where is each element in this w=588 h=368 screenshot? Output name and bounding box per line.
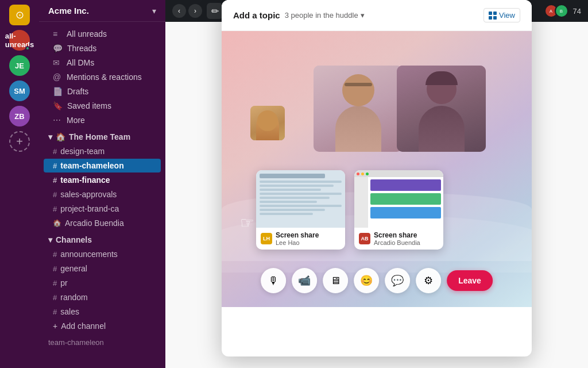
- avatar-je[interactable]: JE: [9, 55, 30, 76]
- arcadio-icon: 🏠: [53, 219, 61, 227]
- sidebar-navigation: ≡ All unreads 💬 Threads ✉ All DMs @ Ment…: [39, 22, 165, 368]
- leave-button[interactable]: Leave: [447, 270, 493, 291]
- channel-design-team[interactable]: # design-team: [44, 144, 161, 158]
- hash-icon: #: [53, 147, 57, 156]
- channel-general[interactable]: # general: [44, 262, 161, 275]
- channel-arcadio[interactable]: 🏠 Arcadio Buendia: [44, 216, 161, 230]
- channel-label: sales: [60, 307, 79, 316]
- channel-team-finance[interactable]: # team-finance: [44, 173, 161, 187]
- workspace-switcher: ⊙ all-unreads JE SM ZB +: [0, 0, 39, 368]
- channel-sales-approvals[interactable]: # sales-approvals: [44, 187, 161, 201]
- sidebar-item-mentions[interactable]: @ Mentions & reactions: [44, 70, 161, 84]
- sidebar-item-more[interactable]: ⋯ More: [44, 113, 161, 127]
- channels-section[interactable]: ▾ Channels: [39, 231, 165, 247]
- channel-label: general: [60, 264, 87, 273]
- sidebar-item-all-unreads[interactable]: ≡ All unreads: [44, 27, 161, 41]
- app-icon-symbol: ⊙: [16, 9, 24, 21]
- screen-share-card-1[interactable]: LH Screen share Lee Hao: [256, 170, 345, 250]
- home-team-section[interactable]: ▾ 🏠 The Home Team: [39, 128, 165, 144]
- threads-label: Threads: [67, 44, 96, 53]
- channel-sales[interactable]: # sales: [44, 305, 161, 319]
- sidebar-header: Acme Inc. ▾: [39, 0, 165, 22]
- screen2-body: [354, 177, 443, 228]
- channel-random[interactable]: # random: [44, 290, 161, 304]
- online-indicator: [25, 46, 30, 51]
- drafts-label: Drafts: [67, 87, 88, 96]
- reaction-button[interactable]: 💬: [385, 268, 410, 293]
- avatar-zb[interactable]: ZB: [9, 106, 30, 126]
- svg-rect-2: [489, 16, 492, 20]
- content-block-3: [370, 207, 441, 218]
- screen-share-user-2: Arcadio Buendia: [374, 239, 439, 246]
- sidebar-item-saved[interactable]: 🔖 Saved items: [44, 99, 161, 113]
- content-block-2: [370, 193, 441, 205]
- hand-cursor-icon: ☞: [240, 213, 254, 232]
- huddle-people-count: 3 people in the huddle ▾: [285, 11, 365, 20]
- home-team-emoji: 🏠: [56, 132, 65, 141]
- add-topic-label[interactable]: Add a topic: [233, 10, 280, 20]
- main-sidebar: Acme Inc. ▾ ≡ All unreads 💬 Threads ✉ Al…: [39, 0, 165, 368]
- channel-announcements[interactable]: # announcements: [44, 247, 161, 261]
- home-team-arrow: ▾: [48, 132, 52, 141]
- screen-share-footer-2: AB Screen share Arcadio Buendia: [354, 228, 443, 250]
- avatar-df[interactable]: all-unreads: [9, 30, 30, 51]
- view-button[interactable]: View: [483, 8, 520, 22]
- hash-icon: #: [53, 250, 57, 259]
- channel-label: project-brand-ca: [60, 204, 119, 213]
- home-team-label: The Home Team: [69, 132, 130, 141]
- video-button[interactable]: 📹: [292, 268, 317, 293]
- window-maximize-dot: [366, 172, 369, 175]
- huddle-header-left: Add a topic 3 people in the huddle ▾: [233, 10, 365, 20]
- screen-share-title-1: Screen share: [276, 231, 341, 239]
- svg-rect-3: [493, 16, 497, 20]
- video-person-large: [397, 66, 486, 152]
- screen-share-card-2[interactable]: AB Screen share Arcadio Buendia: [354, 170, 443, 250]
- person-face-small: [250, 106, 285, 140]
- huddle-video-area: ☞: [222, 31, 532, 307]
- app-icon[interactable]: ⊙: [9, 5, 30, 25]
- add-workspace-button[interactable]: +: [9, 131, 30, 152]
- hash-icon: #: [53, 279, 57, 288]
- avatar-sm[interactable]: SM: [9, 80, 30, 101]
- channels-arrow: ▾: [48, 235, 52, 244]
- settings-button[interactable]: ⚙: [416, 268, 441, 293]
- screen-share-info-2: Screen share Arcadio Buendia: [374, 231, 439, 246]
- add-channel-icon: +: [53, 321, 57, 331]
- hash-icon: #: [53, 293, 57, 302]
- screen-share-user-1: Lee Hao: [276, 239, 341, 246]
- add-channel-button[interactable]: + Add channel: [44, 319, 161, 333]
- mentions-label: Mentions & reactions: [67, 72, 142, 82]
- channel-project-brand[interactable]: # project-brand-ca: [44, 202, 161, 216]
- screen-share-title-2: Screen share: [374, 231, 439, 239]
- workspace-dropdown-arrow[interactable]: ▾: [152, 6, 156, 16]
- huddle-overlay: Add a topic 3 people in the huddle ▾: [165, 0, 588, 368]
- channel-team-chameleon[interactable]: # team-chameleon: [44, 159, 161, 172]
- screen2-content: [368, 177, 443, 228]
- huddle-header: Add a topic 3 people in the huddle ▾: [222, 0, 532, 31]
- screen-share-preview-1: [256, 170, 345, 228]
- sidebar-item-drafts[interactable]: 📄 Drafts: [44, 85, 161, 98]
- dms-icon: ✉: [53, 58, 62, 67]
- hash-icon: #: [53, 205, 57, 213]
- channel-label: pr: [60, 278, 67, 288]
- channel-pr[interactable]: # pr: [44, 276, 161, 290]
- screen-share-button[interactable]: 🖥: [323, 268, 348, 293]
- screen-share-container: LH Screen share Lee Hao: [256, 170, 443, 250]
- add-channel-label: Add channel: [61, 321, 106, 331]
- person-face-medium: [314, 66, 403, 152]
- hash-icon: #: [53, 308, 57, 316]
- sidebar-item-threads[interactable]: 💬 Threads: [44, 41, 161, 55]
- workspace-title[interactable]: Acme Inc.: [48, 6, 149, 16]
- dropdown-arrow[interactable]: ▾: [361, 11, 365, 20]
- main-content: ‹ › ✏ # team-chameleon ▾ A B 74 Add a to…: [165, 0, 588, 368]
- channel-label: sales-approvals: [60, 190, 117, 199]
- video-person-small: [250, 106, 285, 140]
- screen-share-footer-1: LH Screen share Lee Hao: [256, 228, 345, 250]
- drafts-icon: 📄: [53, 87, 63, 96]
- sidebar-item-all-dms[interactable]: ✉ All DMs: [44, 56, 161, 70]
- footer-channel: team-chameleon: [39, 334, 165, 351]
- emoji-button[interactable]: 😊: [354, 268, 379, 293]
- threads-icon: 💬: [53, 44, 63, 53]
- channel-label: team-chameleon: [60, 161, 123, 170]
- mic-button[interactable]: 🎙: [261, 268, 286, 293]
